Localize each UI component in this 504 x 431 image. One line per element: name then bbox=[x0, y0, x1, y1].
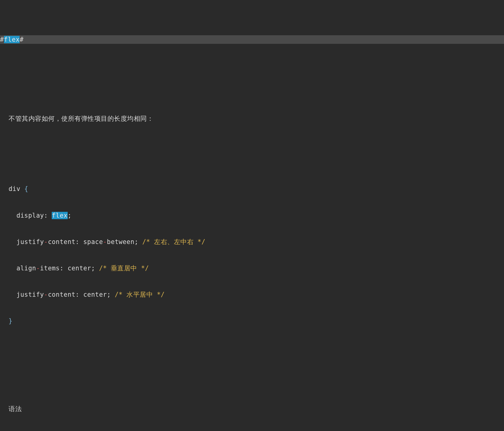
code-text: between; bbox=[107, 238, 142, 246]
code-editor[interactable]: #flex# 不管其内容如何，使所有弹性项目的长度均相同： div { disp… bbox=[0, 0, 504, 431]
code-text: items: center; bbox=[40, 265, 99, 272]
intro-text: 不管其内容如何，使所有弹性项目的长度均相同： bbox=[9, 114, 504, 123]
code-text: div bbox=[9, 185, 24, 193]
comment: /* 左右、左中右 */ bbox=[142, 238, 205, 246]
code-text: ; bbox=[68, 212, 72, 219]
comment: /* 水平居中 */ bbox=[115, 291, 165, 298]
code-line: div { bbox=[9, 185, 504, 193]
dash: - bbox=[44, 291, 48, 298]
code-line: justify-content: center; /* 水平居中 */ bbox=[9, 290, 504, 299]
code-line: } bbox=[9, 317, 504, 326]
dash: - bbox=[44, 238, 48, 246]
editor-content[interactable]: 不管其内容如何，使所有弹性项目的长度均相同： div { display: fl… bbox=[0, 71, 504, 431]
syntax-heading: 语法 bbox=[9, 405, 504, 414]
code-text: display: bbox=[9, 212, 52, 219]
title-bar: #flex# bbox=[0, 35, 504, 44]
code-line: justify-content: space-between; /* 左右、左中… bbox=[9, 238, 504, 246]
hash: # bbox=[0, 36, 4, 43]
code-line: display: flex; bbox=[9, 211, 504, 220]
brace-open: { bbox=[24, 185, 28, 193]
code-text: justify bbox=[9, 291, 44, 298]
blank-line bbox=[9, 378, 504, 387]
blank-line bbox=[9, 88, 504, 97]
brace-close: } bbox=[9, 317, 13, 325]
dash: - bbox=[103, 238, 107, 246]
code-text: content: center; bbox=[48, 291, 115, 298]
hash: # bbox=[20, 36, 24, 43]
blank-line bbox=[9, 352, 504, 361]
code-line: align-items: center; /* 垂直居中 */ bbox=[9, 264, 504, 273]
comment: /* 垂直居中 */ bbox=[99, 265, 149, 272]
code-text: justify bbox=[9, 238, 44, 246]
dash: - bbox=[36, 265, 40, 272]
hl-flex: flex bbox=[52, 212, 67, 219]
title-word: flex bbox=[4, 36, 20, 43]
blank-line bbox=[9, 141, 504, 150]
code-text: content: space bbox=[48, 238, 103, 246]
code-text: align bbox=[9, 265, 36, 272]
